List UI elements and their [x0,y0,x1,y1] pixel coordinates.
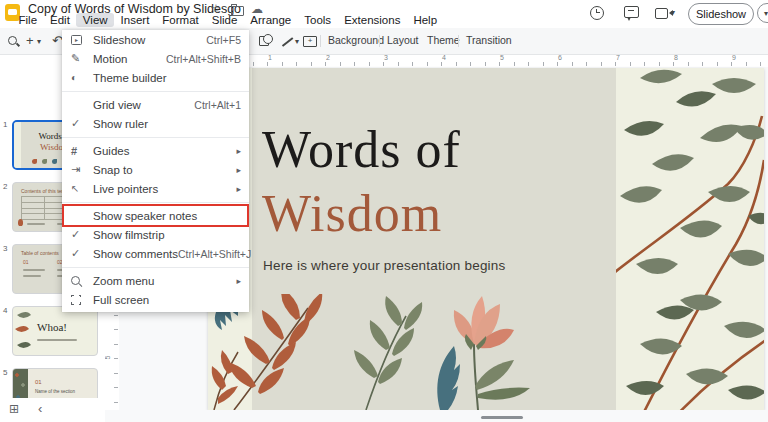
menu-item-guides[interactable]: #Guides▸ [62,141,249,160]
slide-title-line1[interactable]: Words of [262,122,461,178]
text-box-icon[interactable]: + [303,36,317,47]
collapse-filmstrip-icon[interactable]: ‹ [38,401,42,416]
search-menus-icon[interactable] [8,36,17,45]
menubar-item-file[interactable]: File [12,13,44,27]
menubar-item-insert[interactable]: Insert [114,13,156,27]
fullscreen-icon [71,295,81,305]
background-button[interactable]: Background [328,34,384,46]
botanical-bottom-decoration [216,294,646,410]
new-slide-caret-icon[interactable]: ▾ [37,37,41,46]
menu-separator [62,202,249,203]
meet-caret-icon[interactable]: ▾ [671,8,675,17]
checkmark-icon: ✓ [71,247,93,260]
menu-separator [62,137,249,138]
line-icon[interactable] [282,37,293,46]
filmstrip-footer: ⊞ ‹ [0,398,105,422]
thumb-title: Whoa! [37,321,67,333]
menu-icon-gutter: ▸ [71,35,93,45]
grid-view-icon[interactable]: ⊞ [9,403,19,415]
slide-number: 1 [3,120,7,129]
thumb-section-number: 01 [35,379,42,385]
toolbar-divider [458,35,459,47]
slide-title-line2[interactable]: Wisdom [262,186,442,242]
line-caret-icon[interactable]: ▾ [295,37,299,46]
header: Copy of Words of Wisdom by Slidesgo ☆ ☁ … [0,0,768,28]
thumb-leaves [13,307,33,356]
slide-number: 4 [3,306,7,315]
menu-item-theme-builder[interactable]: ◐Theme builder [62,68,249,87]
slideshow-icon: ▸ [71,35,82,45]
thumb-flower [18,219,23,226]
menu-shortcut: Ctrl+Alt+1 [194,99,241,111]
slide-number: 2 [3,182,7,191]
menu-item-show-ruler[interactable]: ✓Show ruler [62,114,249,133]
menubar-item-arrange[interactable]: Arrange [244,13,298,27]
toolbar-divider [379,35,380,47]
slide-subtitle[interactable]: Here is where your presentation begins [263,258,505,273]
menu-item-zoom-menu[interactable]: Zoom menu▸ [62,271,249,290]
meet-camera-icon[interactable] [655,8,668,19]
menubar-item-edit[interactable]: Edit [44,13,77,27]
menubar-item-tools[interactable]: Tools [298,13,338,27]
ruler-number: 5 [500,54,504,61]
slide-editor[interactable]: Words of Wisdom Here is where your prese… [208,68,764,410]
submenu-arrow-icon: ▸ [236,276,241,286]
thumb-text-bar [23,275,41,277]
theme-button[interactable]: Theme [427,34,460,46]
submenu-arrow-icon: ▸ [236,184,241,194]
theme-icon: ◐ [71,72,77,83]
menu-item-label: Slideshow [93,34,145,46]
comments-icon[interactable] [624,6,639,18]
pointer-icon: ↖ [71,183,79,194]
thumb-section-number: 01 [23,259,29,265]
thumb-title: Table of contents [21,250,59,256]
version-history-icon[interactable] [590,6,604,20]
menubar-item-view[interactable]: View [76,13,114,27]
horizontal-scrollbar-thumb[interactable] [481,416,523,419]
layout-button[interactable]: Layout [387,34,419,46]
google-slides-window: Copy of Words of Wisdom by Slidesgo ☆ ☁ … [0,0,768,422]
thumb-text-bar [37,339,77,341]
menu-item-show-filmstrip[interactable]: ✓Show filmstrip [62,225,249,244]
menu-item-label: Snap to [93,164,133,176]
menu-icon-gutter: ⇥ [71,163,93,176]
ruler-number: 4 [442,54,446,61]
shape-icon[interactable] [259,36,269,46]
menu-item-snap-to[interactable]: ⇥Snap to▸ [62,160,249,179]
menubar-item-extensions[interactable]: Extensions [338,13,407,27]
slideshow-dropdown-button[interactable]: ▾ [757,3,768,23]
menu-item-full-screen[interactable]: Full screen [62,290,249,309]
menu-shortcut: Ctrl+Alt+Shift+J [178,248,251,260]
menu-separator [62,91,249,92]
ruler-number: 2 [326,54,330,61]
menu-item-slideshow[interactable]: ▸SlideshowCtrl+F5 [62,30,249,49]
ruler-number: 9 [732,54,736,61]
menubar-item-format[interactable]: Format [156,13,205,27]
view-menu-dropdown: ▸SlideshowCtrl+F5✎MotionCtrl+Alt+Shift+B… [62,30,249,312]
menu-icon-gutter: ✎ [71,52,93,65]
ruler-number: 8 [674,54,678,61]
slide-number: 5 [3,368,7,377]
menu-item-label: Zoom menu [93,275,154,287]
transition-button[interactable]: Transition [466,34,512,46]
menu-item-grid-view[interactable]: Grid viewCtrl+Alt+1 [62,95,249,114]
toolbar-divider [320,35,321,47]
slide-thumbnail-4[interactable]: Whoa! [12,306,98,356]
menu-item-label: Theme builder [93,72,167,84]
submenu-arrow-icon: ▸ [236,165,241,175]
menu-shortcut: Ctrl+F5 [206,34,241,46]
slideshow-button[interactable]: Slideshow [688,3,754,25]
new-slide-button[interactable]: + [26,33,34,48]
checkmark-icon: ✓ [71,117,93,130]
menu-item-show-speaker-notes[interactable]: Show speaker notes [62,206,249,225]
zoom-icon [71,276,80,285]
menubar-item-help[interactable]: Help [407,13,444,27]
menu-item-motion[interactable]: ✎MotionCtrl+Alt+Shift+B [62,49,249,68]
menu-item-label: Show ruler [93,118,148,130]
menu-item-live-pointers[interactable]: ↖Live pointers▸ [62,179,249,198]
motion-icon: ✎ [71,52,80,65]
menubar-item-slide[interactable]: Slide [205,13,244,27]
snap-icon: ⇥ [71,163,80,176]
submenu-arrow-icon: ▸ [236,146,241,156]
menu-item-show-comments[interactable]: ✓Show commentsCtrl+Alt+Shift+J [62,244,249,263]
